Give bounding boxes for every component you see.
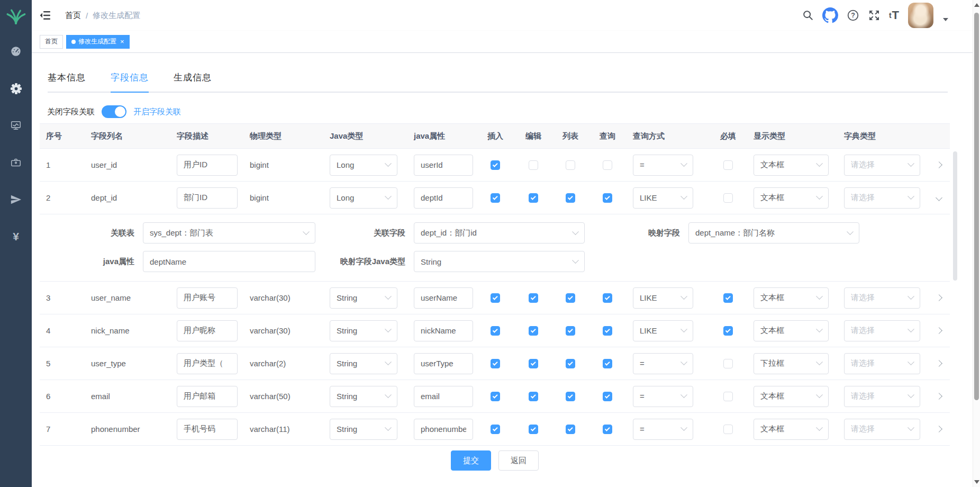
expand-toggle[interactable]	[933, 391, 945, 402]
avatar[interactable]	[908, 3, 933, 28]
sidebar-item-pay[interactable]: ¥	[0, 218, 32, 255]
font-size-icon[interactable]: tT	[889, 8, 900, 22]
description-input[interactable]: 用户类型（	[177, 353, 238, 374]
submit-button[interactable]: 提交	[451, 450, 491, 471]
sidebar-item-guide[interactable]	[0, 181, 32, 218]
edit-checkbox[interactable]	[529, 293, 538, 303]
mapping-java-type-select[interactable]: String	[414, 251, 585, 272]
edit-checkbox[interactable]	[529, 326, 538, 336]
sidebar-item-system[interactable]	[0, 70, 32, 107]
dict-type-select[interactable]: 请选择	[844, 155, 920, 176]
tag-home[interactable]: 首页	[40, 35, 63, 49]
display-type-select[interactable]: 下拉框	[754, 353, 829, 374]
java-type-select[interactable]: String	[330, 419, 397, 440]
required-checkbox[interactable]	[723, 193, 733, 203]
query-method-select[interactable]: =	[633, 155, 693, 176]
fullscreen-icon[interactable]	[868, 9, 881, 22]
display-type-select[interactable]: 文本框	[754, 386, 829, 407]
edit-checkbox[interactable]	[529, 193, 538, 203]
insert-checkbox[interactable]	[491, 425, 500, 434]
required-checkbox[interactable]	[723, 326, 733, 336]
query-checkbox[interactable]	[603, 293, 612, 303]
java-type-select[interactable]: Long	[330, 155, 397, 176]
query-method-select[interactable]: =	[633, 419, 693, 440]
edit-checkbox[interactable]	[529, 160, 538, 170]
list-checkbox[interactable]	[566, 160, 575, 170]
search-icon[interactable]	[802, 10, 814, 21]
dict-type-select[interactable]: 请选择	[844, 386, 920, 407]
expand-toggle[interactable]	[933, 159, 945, 170]
java-type-select[interactable]: String	[330, 353, 397, 374]
list-checkbox[interactable]	[566, 425, 575, 434]
java-field-input[interactable]: userType	[414, 353, 473, 374]
java-field-input[interactable]: nickName	[414, 320, 473, 341]
expand-toggle[interactable]	[933, 423, 945, 435]
java-type-select[interactable]: String	[330, 386, 397, 407]
relation-table-select[interactable]: sys_dept：部门表	[143, 222, 315, 244]
description-input[interactable]: 用户账号	[177, 287, 238, 309]
page-scrollbar[interactable]	[973, 0, 980, 487]
java-field-input[interactable]: email	[414, 386, 473, 407]
java-field-input[interactable]: userId	[414, 155, 473, 176]
insert-checkbox[interactable]	[491, 193, 500, 203]
dict-type-select[interactable]: 请选择	[844, 419, 920, 440]
tag-current[interactable]: 修改生成配置 ×	[66, 35, 130, 49]
list-checkbox[interactable]	[566, 293, 575, 303]
edit-checkbox[interactable]	[529, 425, 538, 434]
expand-toggle[interactable]	[933, 292, 945, 303]
close-icon[interactable]: ×	[120, 38, 124, 46]
insert-checkbox[interactable]	[491, 293, 500, 303]
insert-checkbox[interactable]	[491, 359, 500, 368]
display-type-select[interactable]: 文本框	[754, 419, 829, 440]
relation-switch[interactable]	[102, 105, 126, 118]
avatar-dropdown-caret-icon[interactable]	[943, 18, 948, 21]
list-checkbox[interactable]	[566, 392, 575, 401]
list-checkbox[interactable]	[566, 359, 575, 368]
query-method-select[interactable]: LIKE	[633, 287, 693, 309]
required-checkbox[interactable]	[723, 392, 733, 401]
dict-type-select[interactable]: 请选择	[844, 287, 920, 309]
java-field-input[interactable]: userName	[414, 287, 473, 309]
query-checkbox[interactable]	[603, 425, 612, 434]
insert-checkbox[interactable]	[491, 392, 500, 401]
description-input[interactable]: 用户昵称	[177, 320, 238, 341]
description-input[interactable]: 手机号码	[177, 419, 238, 440]
query-method-select[interactable]: LIKE	[633, 320, 693, 341]
display-type-select[interactable]: 文本框	[754, 155, 829, 176]
required-checkbox[interactable]	[723, 160, 733, 170]
insert-checkbox[interactable]	[491, 326, 500, 336]
list-checkbox[interactable]	[566, 193, 575, 203]
breadcrumb-home[interactable]: 首页	[65, 11, 81, 21]
java-type-select[interactable]: Long	[330, 187, 397, 209]
java-attr-input[interactable]: deptName	[143, 251, 315, 272]
query-method-select[interactable]: =	[633, 386, 693, 407]
insert-checkbox[interactable]	[491, 160, 500, 170]
sidebar-collapse-icon[interactable]	[40, 11, 50, 20]
display-type-select[interactable]: 文本框	[754, 287, 829, 309]
java-type-select[interactable]: String	[330, 287, 397, 309]
required-checkbox[interactable]	[723, 293, 733, 303]
edit-checkbox[interactable]	[529, 392, 538, 401]
mapping-field-select[interactable]: dept_name：部门名称	[688, 222, 859, 244]
query-checkbox[interactable]	[603, 359, 612, 368]
sidebar-item-tools[interactable]	[0, 144, 32, 181]
dict-type-select[interactable]: 请选择	[844, 187, 920, 209]
query-method-select[interactable]: =	[633, 353, 693, 374]
sidebar-item-monitor[interactable]	[0, 107, 32, 144]
query-checkbox[interactable]	[603, 160, 612, 170]
java-field-input[interactable]: phonenumber	[414, 419, 473, 440]
display-type-select[interactable]: 文本框	[754, 187, 829, 209]
java-type-select[interactable]: String	[330, 320, 397, 341]
required-checkbox[interactable]	[723, 359, 733, 368]
list-checkbox[interactable]	[566, 326, 575, 336]
app-logo[interactable]	[5, 0, 26, 33]
description-input[interactable]: 部门ID	[177, 187, 238, 209]
description-input[interactable]: 用户ID	[177, 155, 238, 176]
relation-field-select[interactable]: dept_id：部门id	[414, 222, 585, 244]
edit-checkbox[interactable]	[529, 359, 538, 368]
github-icon[interactable]	[822, 7, 838, 23]
required-checkbox[interactable]	[723, 425, 733, 434]
expand-toggle[interactable]	[933, 192, 945, 203]
tab-generate-info[interactable]: 生成信息	[174, 71, 212, 92]
scrollbar-down-arrow[interactable]	[974, 480, 979, 484]
